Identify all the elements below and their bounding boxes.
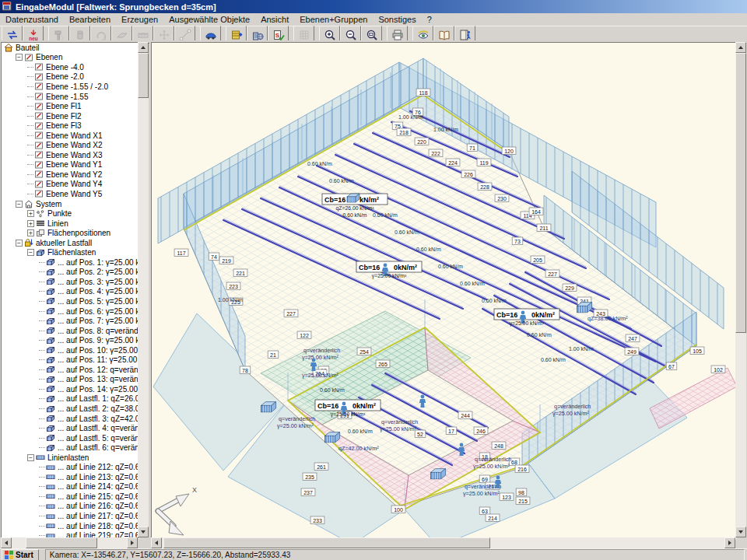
tree-item[interactable]: Ebene Fl3 [2,121,139,131]
node-number-label: 237 [301,488,315,496]
tree-item[interactable]: Ebene Wand Y1 [2,160,139,170]
view-scroll-up-button[interactable] [735,42,746,53]
model-3d-viewport[interactable]: 1187675218220222224226228230711191201141… [151,42,736,540]
menu-item-sonstiges[interactable]: Sonstiges [373,14,421,25]
tree-item[interactable]: +Flächenpositionen [2,228,139,238]
view-scroll-left-button[interactable] [151,537,162,548]
tree-item[interactable]: ... auf Lastfl. 2: qZ=38.00 [2,404,139,414]
tree-item[interactable]: ... auf Pos. 14: γ=25.00 kN [2,384,139,394]
tree-horizontal-scrollbar[interactable] [1,537,138,548]
tree-item[interactable]: ... auf Linie 218: qZ=0.60 [2,521,139,531]
tree-item-label: ... auf Lastfl. 6: q=verände [58,443,139,452]
tree-item[interactable]: ... auf Linie 212: qZ=0.60 [2,463,139,473]
tree-item[interactable]: −System [2,199,139,209]
menu-item-ebenen-gruppen[interactable]: Ebenen+Gruppen [294,14,373,25]
svg-text:122: 122 [300,333,309,338]
tree-scroll-right-button[interactable] [127,537,138,548]
menu-item--[interactable]: ? [422,14,437,25]
tree-item[interactable]: ... auf Pos. 10: γ=25.00 kN [2,345,139,355]
tree-vertical-scrollbar[interactable] [138,42,149,537]
view-hscrollbar-thumb[interactable] [163,537,490,548]
line-load-label: 0.60 kN/m [460,281,485,286]
node-number-label: 100 [391,506,405,513]
svg-text:68: 68 [511,460,517,465]
tree-scroll-down-button[interactable] [138,527,149,537]
tree-item[interactable]: Ebene Wand Y4 [2,180,139,190]
tree-connector [39,496,45,497]
tree-expander[interactable]: + [27,210,34,217]
tree-item[interactable]: ... auf Pos. 12: q=veränder [2,365,139,375]
tree-item[interactable]: Ebene Wand X1 [2,131,139,141]
node-number-label: 246 [474,427,488,435]
menu-item-erzeugen[interactable]: Erzeugen [116,14,163,25]
tree-item[interactable]: Bauteil [2,43,139,53]
tree-item[interactable]: Ebene Fl2 [2,111,139,121]
tree-item[interactable]: ... auf Pos. 9: γ=25.00 kN [2,335,139,345]
tree-item[interactable]: ... auf Pos. 8: q=veränderli [2,326,139,336]
tree-item[interactable]: +Punkte [2,208,139,219]
view-scroll-right-button[interactable] [724,537,735,548]
area-load-label: q=veränderlich [303,347,340,354]
tree-item[interactable]: +Linien [2,219,139,229]
tree-expander[interactable]: + [27,220,34,227]
start-button[interactable]: Start [2,549,39,560]
menu-item-bearbeiten[interactable]: Bearbeiten [64,14,116,25]
tree-item[interactable]: ... auf Linie 213: qZ=0.60 [2,472,139,482]
tree-item[interactable]: ... auf Lastfl. 4: q=verände [2,423,139,433]
tree-item[interactable]: ... auf Pos. 7: γ=25.00 kN [2,316,139,326]
tree-item[interactable]: ... auf Pos. 5: γ=25.00 kN [2,296,139,306]
tree-item[interactable]: Ebene -1.55 [2,92,139,102]
tree-item[interactable]: ... auf Linie 217: qZ=0.60 [2,511,139,521]
tree-scrollbar-thumb[interactable] [138,53,149,98]
svg-text:67: 67 [668,364,675,369]
tree-scroll-left-button[interactable] [1,537,12,548]
tree-item[interactable]: Ebene -1.55 / -2.0 [2,82,139,92]
tree-item-label: Ebene Wand Y2 [46,170,102,179]
tree-item[interactable]: ... auf Pos. 1: γ=25.00 kN. [2,257,139,268]
tree-item[interactable]: ... auf Pos. 11: γ=25.00 kN [2,355,139,366]
view-vertical-scrollbar[interactable] [735,42,746,537]
tree-expander[interactable]: − [27,454,34,461]
view-scrollbar-thumb[interactable] [735,53,746,333]
tree-item[interactable]: ... auf Pos. 13: q=veränder [2,375,139,385]
menu-item-ansicht[interactable]: Ansicht [255,14,294,25]
tree-scroll-up-button[interactable] [138,42,149,53]
tree-item[interactable]: ... auf Lastfl. 3: qZ=42.00 [2,414,139,424]
tree-expander[interactable]: + [27,229,34,236]
tree-item[interactable]: Ebene Wand Y2 [2,170,139,180]
tree-item[interactable]: −Linienlasten [2,453,139,463]
tree-item[interactable]: ... auf Pos. 3: γ=25.00 kN [2,277,139,287]
tree-item[interactable]: −Ebenen [2,53,139,63]
view-horizontal-scrollbar[interactable] [151,537,735,548]
tree-item[interactable]: ... auf Linie 216: qZ=0.60 [2,502,139,512]
tree-item[interactable]: ... auf Linie 215: qZ=0.60 [2,492,139,502]
tree-hscrollbar-thumb[interactable] [26,537,97,548]
tree-item[interactable]: ... auf Lastfl. 6: q=verände [2,443,139,453]
tree-item[interactable]: ... auf Lastfl. 1: qZ=26.00 [2,394,139,404]
tree-item[interactable]: ... auf Pos. 2: γ=25.00 kN [2,268,139,278]
structure-tree[interactable]: Bauteil−EbenenEbene -4.0Ebene -2.0Ebene … [1,42,139,539]
tree-item[interactable]: ... auf Pos. 6: γ=25.00 kN [2,306,139,317]
menu-item-datenzustand[interactable]: Datenzustand [0,14,64,25]
tree-item[interactable]: −aktueller Lastfall [2,238,139,248]
tree-item[interactable]: ... auf Lastfl. 5: q=verände [2,433,139,443]
tree-item[interactable]: Ebene Fl1 [2,101,139,111]
tree-item[interactable]: ... auf Linie 214: qZ=0.60 [2,482,139,492]
tree-expander[interactable]: − [16,201,23,208]
tree-item[interactable]: Ebene Wand Y5 [2,189,139,199]
tree-item[interactable]: Ebene -2.0 [2,72,139,82]
tree-item[interactable]: Ebene Wand X3 [2,150,139,160]
menu-item-ausgew-hlte-objekte[interactable]: Ausgewählte Objekte [163,14,255,25]
tree-expander[interactable]: − [27,249,34,256]
tree-item-label: Flächenpositionen [47,229,110,237]
tree-expander[interactable]: − [16,54,23,61]
tree-item[interactable]: Ebene -4.0 [2,62,139,72]
lload-icon [46,482,55,492]
tree-item[interactable]: −Flächenlasten [2,247,139,257]
tree-expander[interactable]: − [16,240,23,247]
tree-item[interactable]: Ebene Wand X2 [2,140,139,150]
title-bar[interactable]: EingabeModul [Faltwerk: Sprungbecken d=3… [0,0,747,13]
tree-item[interactable]: ... auf Pos. 4: γ=25.00 kN [2,287,139,297]
view-scroll-down-button[interactable] [735,527,746,537]
camera-status-text: Kamera: X=-13546.27, Y=15607.23, Z=-1566… [50,551,291,559]
